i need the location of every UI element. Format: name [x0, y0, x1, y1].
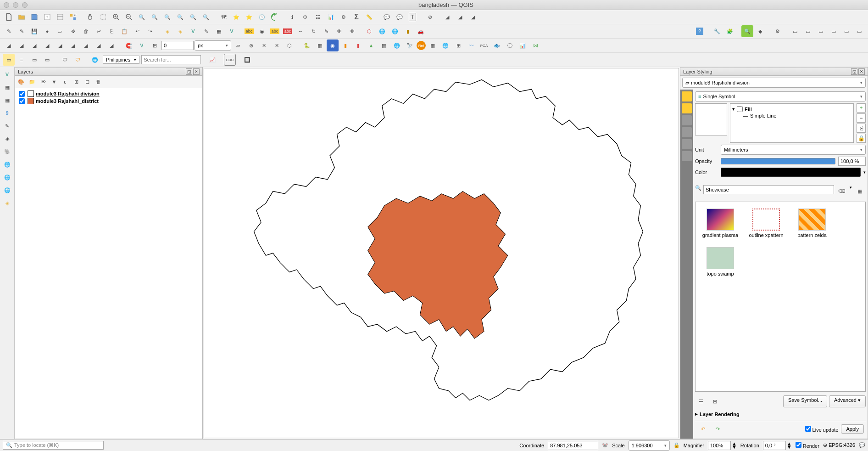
- live-update-label[interactable]: Live update: [805, 426, 839, 433]
- field-calc-icon[interactable]: 📊: [325, 11, 337, 23]
- crs-button[interactable]: ⊕ EPSG:4326: [823, 442, 855, 448]
- no-action-icon[interactable]: ⊘: [424, 11, 436, 23]
- cut-icon[interactable]: ✂: [93, 25, 105, 37]
- plugin-ref-icon[interactable]: Ref: [417, 41, 426, 50]
- renderer-combo[interactable]: ≡Single Symbol▾: [695, 91, 866, 101]
- select-features-icon[interactable]: ▭: [3, 54, 15, 66]
- sel-4-icon[interactable]: ▭: [828, 25, 840, 37]
- plugin-grid2-icon[interactable]: ▦: [427, 39, 439, 51]
- styling-undock-icon[interactable]: ◱: [851, 68, 857, 75]
- plugin-grid-icon[interactable]: ▦: [314, 39, 326, 51]
- swatch-item[interactable]: topo swamp: [702, 247, 739, 276]
- zoom-full-icon[interactable]: 🔍: [136, 11, 148, 23]
- add-postgis-icon[interactable]: 🐘: [2, 146, 13, 157]
- live-update-checkbox[interactable]: [805, 426, 811, 432]
- data-source-icon[interactable]: ◈: [161, 25, 173, 37]
- add-feature-icon[interactable]: ●: [41, 25, 53, 37]
- new-spatialite-icon[interactable]: ▦: [213, 25, 225, 37]
- layers-undock-icon[interactable]: ◱: [186, 68, 192, 75]
- pan-icon[interactable]: [84, 11, 96, 23]
- new-map-view-icon[interactable]: 🗺: [217, 11, 229, 23]
- minimize-window[interactable]: [13, 2, 18, 8]
- copy-icon[interactable]: ⎘: [106, 25, 117, 37]
- plugin-orange-icon[interactable]: ▮: [339, 39, 351, 51]
- toggle-edit-icon[interactable]: ✎: [16, 25, 28, 37]
- refresh-icon[interactable]: [269, 11, 281, 23]
- add-raster-icon[interactable]: ▦: [2, 82, 13, 93]
- map-tips-icon[interactable]: 💬: [381, 11, 393, 23]
- layer-item[interactable]: module3 Rajshahi_district: [17, 97, 200, 105]
- add-csv-icon[interactable]: 9: [2, 107, 13, 118]
- style-manager-open-icon[interactable]: ▦: [854, 185, 866, 197]
- color-blocks-icon[interactable]: 🔲: [241, 54, 253, 66]
- statistics-icon[interactable]: Σ: [351, 11, 362, 23]
- sel-5-icon[interactable]: ▭: [840, 25, 852, 37]
- label-tool-icon[interactable]: abc: [243, 25, 255, 37]
- new-project-icon[interactable]: [3, 11, 15, 23]
- snap-vertex-icon[interactable]: V: [136, 39, 148, 51]
- magnifier-stepper[interactable]: ▲▼: [732, 442, 737, 449]
- profile-icon[interactable]: 📈: [206, 54, 218, 66]
- lock-scale-icon[interactable]: 🔒: [673, 442, 680, 448]
- trace-icon[interactable]: ✕: [258, 39, 270, 51]
- nominatim-search-input[interactable]: [141, 55, 201, 64]
- layer-add-group-icon[interactable]: 📁: [27, 77, 37, 87]
- remove-symbol-icon[interactable]: −: [857, 113, 866, 123]
- plugin1-icon[interactable]: ▮: [402, 25, 414, 37]
- add-wfs-icon[interactable]: 🌐: [2, 185, 13, 196]
- locator-input[interactable]: 🔍 Type to locate (⌘K): [3, 441, 104, 450]
- plugin-pca-icon[interactable]: PCA: [478, 39, 490, 51]
- layer-collapse-icon[interactable]: ⊟: [82, 77, 92, 87]
- paste-icon[interactable]: 📋: [118, 25, 130, 37]
- fill-checkbox[interactable]: [737, 106, 743, 112]
- plugin-info-icon[interactable]: ⓘ: [504, 39, 516, 51]
- adv-dig-2-icon[interactable]: ◢: [16, 39, 28, 51]
- osm-icon[interactable]: 🌐: [376, 25, 388, 37]
- labels-tab-icon[interactable]: [682, 103, 692, 113]
- layer-rendering-header[interactable]: ▸Layer Rendering: [695, 409, 866, 419]
- maximize-window[interactable]: [22, 2, 28, 8]
- plugin-blue-icon[interactable]: ◉: [327, 39, 339, 51]
- new-virtual-icon[interactable]: V: [226, 25, 238, 37]
- polygon-icon[interactable]: ⬡: [363, 25, 375, 37]
- layer-visibility-icon[interactable]: 👁: [38, 77, 48, 87]
- styling-close-icon[interactable]: ✕: [858, 68, 865, 75]
- snap-tolerance-input[interactable]: [161, 41, 194, 50]
- plugin-bowtie-icon[interactable]: ⋈: [529, 39, 541, 51]
- adv-dig-6-icon[interactable]: ◢: [67, 39, 79, 51]
- zoom-in-icon[interactable]: [110, 11, 122, 23]
- new-shapefile-icon[interactable]: ✎: [200, 25, 212, 37]
- python-icon[interactable]: 🐍: [301, 39, 313, 51]
- save-edits-icon[interactable]: 💾: [28, 25, 40, 37]
- history-tab-icon[interactable]: [682, 151, 692, 161]
- render-checkbox[interactable]: [796, 442, 801, 448]
- snap-unit-combo[interactable]: px▾: [195, 40, 231, 51]
- style-manager-icon[interactable]: a: [67, 11, 79, 23]
- layer-checkbox[interactable]: [19, 98, 25, 104]
- magnifier-input[interactable]: [708, 441, 731, 450]
- adv-dig-5-icon[interactable]: ◢: [54, 39, 66, 51]
- deselect-icon[interactable]: ▭: [28, 54, 40, 66]
- advanced-button[interactable]: Advanced ▾: [829, 395, 866, 407]
- new-vector-icon[interactable]: V: [187, 25, 199, 37]
- add-wms-icon[interactable]: 🌐: [2, 159, 13, 170]
- plugin-binoc-icon[interactable]: 🔭: [404, 39, 416, 51]
- label-rotate-icon[interactable]: ↻: [307, 25, 319, 37]
- label-change-icon[interactable]: ✎: [320, 25, 332, 37]
- swatch-item[interactable]: gradient plasma: [702, 209, 739, 238]
- label-hide-icon[interactable]: 👁: [333, 25, 345, 37]
- close-window[interactable]: [4, 2, 9, 8]
- sel-1-icon[interactable]: ▭: [789, 25, 801, 37]
- new-bookmark-icon[interactable]: ⭐: [230, 11, 242, 23]
- temporal-icon[interactable]: 🕒: [256, 11, 268, 23]
- 3d-tab-icon[interactable]: [682, 127, 692, 137]
- label-pin-icon[interactable]: abc: [282, 25, 294, 37]
- new-print-layout-icon[interactable]: +: [41, 11, 53, 23]
- measure-icon[interactable]: 📏: [363, 11, 375, 23]
- plugin-qgis-icon[interactable]: ◆: [754, 25, 766, 37]
- attribute-table-icon[interactable]: ☷: [312, 11, 324, 23]
- swatch-item[interactable]: outline xpattern: [748, 209, 785, 238]
- zoom-layer-icon[interactable]: 🔍: [161, 11, 173, 23]
- apply-button[interactable]: Apply: [841, 424, 864, 434]
- toolbox-icon[interactable]: ⚙: [338, 11, 350, 23]
